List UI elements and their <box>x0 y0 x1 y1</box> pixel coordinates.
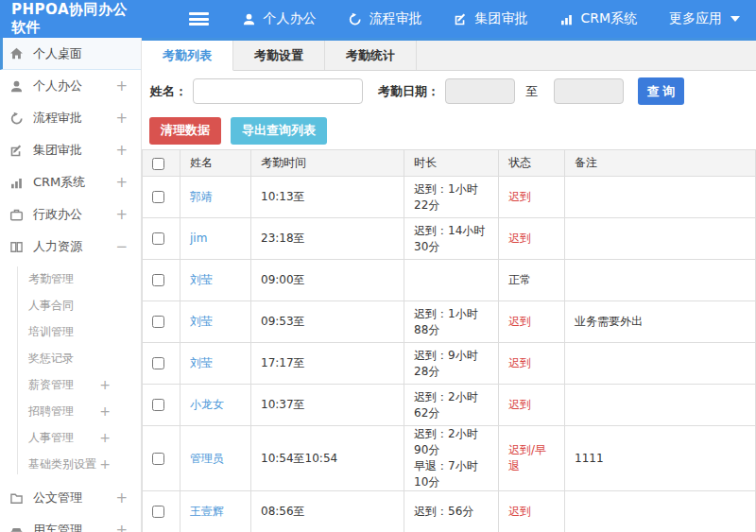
expander-icon[interactable]: + <box>99 403 111 419</box>
status-text: 迟到 <box>499 218 565 260</box>
tab-3[interactable]: 考勤统计 <box>325 41 417 70</box>
table-row: 管理员 10:54至10:54 迟到：2小时90分早退：7小时10分 迟到/早退… <box>143 426 756 491</box>
row-select-cell <box>143 260 180 301</box>
sidebar-sub-item-4[interactable]: 奖惩记录 <box>0 345 141 371</box>
sidebar-sub-item-3[interactable]: 培训管理 <box>0 318 141 345</box>
expander-icon[interactable]: + <box>115 206 128 223</box>
duration-text: 迟到：1小时88分 <box>404 301 499 343</box>
main-content: 考勤列表考勤设置考勤统计 姓名： 考勤日期： 至 查 询 清理数据 导出查询列表 <box>142 38 756 532</box>
sidebar-sub-item-2[interactable]: 人事合同 <box>0 292 141 318</box>
sidebar-item-1[interactable]: 个人桌面 <box>0 38 141 70</box>
status-text: 正常 <box>499 260 565 301</box>
employee-name-link[interactable]: 刘莹 <box>190 356 213 369</box>
sidebar-item-4[interactable]: 集团审批+ <box>0 134 141 166</box>
date-to-input[interactable] <box>554 78 624 104</box>
sidebar-item-label: 个人办公 <box>33 77 82 94</box>
sidebar-item-label: 用车管理 <box>33 522 82 532</box>
flow-icon <box>9 112 24 126</box>
sub-item-label: 奖惩记录 <box>28 351 74 367</box>
row-checkbox[interactable] <box>152 399 164 411</box>
sidebar-sub-item-7[interactable]: 人事管理+ <box>0 424 141 451</box>
row-checkbox[interactable] <box>152 506 164 518</box>
sidebar-item-9[interactable]: 用车管理+ <box>0 514 141 532</box>
topnav-item-4[interactable]: CRM系统 <box>543 0 653 38</box>
status-text: 迟到 <box>499 491 565 532</box>
sidebar-sub-item-5[interactable]: 薪资管理+ <box>0 371 141 398</box>
name-input[interactable] <box>193 78 363 104</box>
employee-name-link[interactable]: 王壹辉 <box>190 505 224 518</box>
topnav-item-5[interactable]: 更多应用 <box>653 0 756 38</box>
expander-icon[interactable]: + <box>115 174 128 191</box>
sidebar-sub-item-8[interactable]: 基础类别设置+ <box>0 451 141 477</box>
note-text <box>565 343 756 385</box>
date-label: 考勤日期： <box>378 83 439 100</box>
topbar: PHPOA协同办公软件 个人办公流程审批集团审批CRM系统更多应用 <box>0 0 756 38</box>
duration-text: 迟到：14小时30分 <box>404 218 499 260</box>
expander-icon[interactable]: + <box>115 110 128 127</box>
employee-name-link[interactable]: 刘莹 <box>190 273 213 286</box>
sidebar-sub-item-1[interactable]: 考勤管理 <box>0 266 141 292</box>
tab-1[interactable]: 考勤列表 <box>142 41 233 71</box>
sidebar-item-label: CRM系统 <box>33 174 85 191</box>
chart-icon <box>9 176 24 190</box>
row-checkbox[interactable] <box>152 453 164 465</box>
row-checkbox[interactable] <box>152 232 164 245</box>
attendance-time-text: 09:53至 <box>251 301 404 343</box>
row-checkbox[interactable] <box>152 316 164 328</box>
select-all-checkbox[interactable] <box>152 158 164 170</box>
sidebar-item-3[interactable]: 流程审批+ <box>0 102 141 134</box>
sidebar-item-6[interactable]: 行政办公+ <box>0 198 141 231</box>
sidebar-item-2[interactable]: 个人办公+ <box>0 70 141 102</box>
note-text: 业务需要外出 <box>565 301 756 343</box>
sidebar-item-5[interactable]: CRM系统+ <box>0 166 141 198</box>
row-select-cell <box>143 385 180 426</box>
row-checkbox[interactable] <box>152 191 164 203</box>
employee-name-link[interactable]: jim <box>190 232 207 245</box>
row-select-cell <box>143 491 180 532</box>
export-list-button[interactable]: 导出查询列表 <box>231 117 327 145</box>
sidebar: 个人桌面个人办公+流程审批+集团审批+CRM系统+行政办公+人力资源−考勤管理人… <box>0 38 142 532</box>
attendance-time-text: 10:13至 <box>251 177 404 218</box>
expander-icon[interactable]: + <box>115 77 128 94</box>
topnav-item-1[interactable]: 个人办公 <box>226 0 332 38</box>
employee-name-link[interactable]: 小龙女 <box>190 398 224 411</box>
sidebar-item-label: 公文管理 <box>33 489 82 506</box>
search-button[interactable]: 查 询 <box>638 77 684 105</box>
status-text: 迟到 <box>499 343 565 385</box>
attendance-time-text: 10:37至 <box>251 385 404 426</box>
date-from-input[interactable] <box>445 78 515 104</box>
expander-icon[interactable]: + <box>115 142 128 159</box>
topnav-item-2[interactable]: 流程审批 <box>332 0 438 38</box>
tab-2[interactable]: 考勤设置 <box>233 41 325 70</box>
row-checkbox[interactable] <box>152 357 164 369</box>
expander-icon[interactable]: + <box>99 456 111 472</box>
sub-item-label: 薪资管理 <box>28 377 74 393</box>
sidebar-item-label: 人力资源 <box>33 238 82 255</box>
sidebar-sub-item-6[interactable]: 招聘管理+ <box>0 398 141 424</box>
table-row: 刘莹 09:53至 迟到：1小时88分 迟到 业务需要外出 <box>143 301 756 343</box>
expander-icon[interactable]: + <box>99 430 111 445</box>
expander-icon[interactable]: + <box>115 489 128 506</box>
sidebar-item-7[interactable]: 人力资源− <box>0 231 141 263</box>
duration-text: 迟到：2小时90分早退：7小时10分 <box>404 426 499 491</box>
row-checkbox[interactable] <box>152 274 164 286</box>
expander-icon[interactable]: + <box>99 377 111 392</box>
table-row: 郭靖 10:13至 迟到：1小时22分 迟到 <box>143 177 756 218</box>
expander-icon[interactable]: + <box>115 522 128 532</box>
topnav-item-3[interactable]: 集团审批 <box>438 0 543 38</box>
expander-icon[interactable]: − <box>115 238 128 255</box>
topnav-item-label: 个人办公 <box>263 10 316 27</box>
sub-item-label: 考勤管理 <box>28 271 74 287</box>
employee-name-link[interactable]: 郭靖 <box>190 190 213 203</box>
sidebar-item-8[interactable]: 公文管理+ <box>0 482 141 514</box>
sub-item-label: 人事管理 <box>28 430 74 446</box>
table-row: 王壹辉 08:56至 迟到：56分 迟到 <box>143 491 756 532</box>
home-icon <box>9 46 24 60</box>
table-header-row: 姓名考勤时间时长状态备注 <box>143 150 756 177</box>
clean-data-button[interactable]: 清理数据 <box>149 117 221 145</box>
note-text <box>565 260 756 301</box>
sub-item-label: 招聘管理 <box>28 403 74 420</box>
employee-name-link[interactable]: 管理员 <box>190 452 224 465</box>
menu-toggle-icon[interactable] <box>189 12 209 26</box>
employee-name-link[interactable]: 刘莹 <box>190 315 213 328</box>
